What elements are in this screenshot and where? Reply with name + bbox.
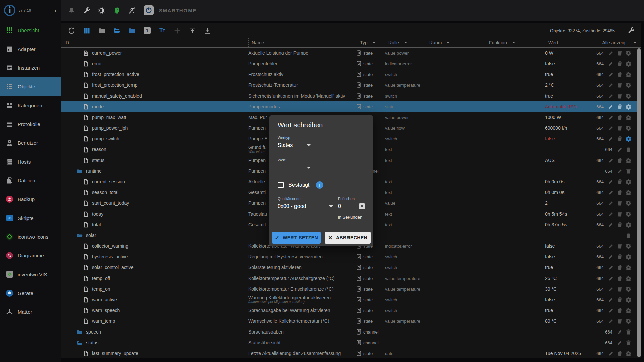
pencil-icon[interactable] xyxy=(608,61,614,67)
pencil-icon[interactable] xyxy=(608,115,614,120)
gear-icon[interactable] xyxy=(626,318,631,324)
object-row-frost_protection_temp[interactable]: frost_protection_temp Frostschutz-Temper… xyxy=(61,80,641,90)
gear-icon[interactable] xyxy=(626,93,631,99)
trash-icon[interactable] xyxy=(617,265,623,270)
object-wert-cell[interactable]: 0h 0m 0s xyxy=(545,179,593,184)
gear-icon[interactable] xyxy=(626,243,631,249)
text-format-icon[interactable]: TT xyxy=(159,27,166,34)
object-wert-cell[interactable]: false xyxy=(545,243,593,249)
object-wert-cell[interactable]: 0h 37m 5s xyxy=(545,222,593,227)
object-row-warn_active[interactable]: warn_active Warnung Kollektortemperatur … xyxy=(61,294,641,305)
object-row-mode[interactable]: mode Pumpenmodus state state Automatik (… xyxy=(61,101,641,112)
erloeschen-input[interactable]: 0 xyxy=(338,202,365,212)
pencil-icon[interactable] xyxy=(608,50,614,56)
sidebar-item-icontwo-icons[interactable]: icontwo Icons xyxy=(0,227,61,246)
object-wert-cell[interactable]: 25 °C xyxy=(545,276,593,281)
sidebar-item-diagramme[interactable]: Diagramme xyxy=(0,246,61,265)
object-wert-cell[interactable]: 600000 l/h xyxy=(545,125,593,131)
pencil-icon[interactable] xyxy=(608,318,614,324)
object-wert-cell[interactable]: — xyxy=(545,233,593,238)
trash-icon[interactable] xyxy=(617,61,623,67)
pencil-icon[interactable] xyxy=(608,93,614,99)
pencil-icon[interactable] xyxy=(608,158,614,163)
object-wert-cell[interactable]: true xyxy=(545,72,593,77)
trash-icon[interactable] xyxy=(617,82,623,88)
expert-mode-off-icon[interactable] xyxy=(128,7,136,14)
download-icon[interactable] xyxy=(204,27,211,34)
sidebar-item-dateien[interactable]: Dateien xyxy=(0,171,61,190)
pencil-icon[interactable] xyxy=(617,329,623,335)
pencil-icon[interactable] xyxy=(608,254,614,260)
sidebar-item-instanzen[interactable]: Instanzen xyxy=(0,58,61,77)
sidebar-item-backup[interactable]: Backup xyxy=(0,190,61,208)
object-row-last_summary_update[interactable]: last_summary_update Letzte Aktualisierun… xyxy=(61,348,641,358)
abbrechen-button[interactable]: ✕ ABBRECHEN xyxy=(325,232,371,244)
gear-icon[interactable] xyxy=(626,61,631,67)
object-wert-cell[interactable]: false xyxy=(545,136,593,141)
trash-icon[interactable] xyxy=(617,115,623,120)
pencil-icon[interactable] xyxy=(608,136,614,142)
column-header-name[interactable]: Name xyxy=(248,38,357,47)
column-header-wert[interactable]: Wert xyxy=(545,38,593,47)
object-wert-cell[interactable]: Tue Nov 04 2025 xyxy=(545,351,593,356)
wert-setzen-button[interactable]: ✓ WERT SETZEN xyxy=(272,232,321,244)
trash-icon[interactable] xyxy=(617,179,623,185)
pencil-icon[interactable] xyxy=(617,147,623,153)
trash-icon[interactable] xyxy=(617,351,623,356)
collapse-sidebar-icon[interactable]: ‹ xyxy=(54,7,57,14)
object-row-speech[interactable]: speech Sprachausgaben channel 664 xyxy=(61,326,641,337)
object-row-status[interactable]: status Statusübersicht channel 664 xyxy=(61,337,641,348)
refresh-icon[interactable] xyxy=(68,27,75,34)
sidebar-item-geräte[interactable]: Geräte xyxy=(0,284,61,302)
sidebar-item-adapter[interactable]: Adapter xyxy=(0,40,61,58)
object-wert-cell[interactable]: AUS xyxy=(545,158,593,163)
trash-icon[interactable] xyxy=(617,190,623,195)
object-wert-cell[interactable]: true xyxy=(545,308,593,313)
bestaetigt-checkbox[interactable] xyxy=(278,182,284,188)
object-row-current_power[interactable]: current_power Aktuelle Leistung der Pump… xyxy=(61,48,641,58)
gear-icon[interactable] xyxy=(626,50,631,56)
object-row-solar_control_active[interactable]: solar_control_active Solarsteuerung akti… xyxy=(61,262,641,273)
pencil-icon[interactable] xyxy=(608,72,614,77)
trash-icon[interactable] xyxy=(617,308,623,313)
pencil-icon[interactable] xyxy=(608,308,614,313)
theme-contrast-icon[interactable] xyxy=(98,7,105,14)
wrench-icon[interactable] xyxy=(83,7,90,14)
gear-icon[interactable] xyxy=(626,72,631,77)
pencil-icon[interactable] xyxy=(608,222,614,228)
pencil-icon[interactable] xyxy=(617,340,623,346)
pencil-icon[interactable] xyxy=(608,265,614,270)
gear-icon[interactable] xyxy=(626,297,631,303)
trash-icon[interactable] xyxy=(617,158,623,163)
sidebar-item-matter[interactable]: Matter xyxy=(0,302,61,321)
object-row-manual_safety_enabled[interactable]: manual_safety_enabled Sicherheitsfunktio… xyxy=(61,90,641,101)
pencil-icon[interactable] xyxy=(608,351,614,356)
object-row-hysteresis_active[interactable]: hysteresis_active Regelung mit Hysterese… xyxy=(61,251,641,262)
folder-open-icon[interactable] xyxy=(113,27,120,34)
trash-icon[interactable] xyxy=(626,168,631,174)
trash-icon[interactable] xyxy=(617,50,623,56)
sidebar-item-kategorien[interactable]: Kategorien xyxy=(0,96,61,115)
trash-icon[interactable] xyxy=(617,136,623,142)
trash-icon[interactable] xyxy=(617,72,623,77)
gear-icon[interactable] xyxy=(626,125,631,131)
gear-icon[interactable] xyxy=(626,276,631,281)
gear-icon[interactable] xyxy=(626,265,631,270)
gear-icon[interactable] xyxy=(626,200,631,206)
gear-icon[interactable] xyxy=(626,179,631,185)
object-wert-cell[interactable]: 30 °C xyxy=(545,286,593,292)
pencil-icon[interactable] xyxy=(608,179,614,185)
smarthome-logo-icon[interactable] xyxy=(144,5,154,15)
trash-icon[interactable] xyxy=(626,329,631,335)
object-wert-cell[interactable]: 2 xyxy=(545,200,593,206)
trash-icon[interactable] xyxy=(617,243,623,249)
notifications-icon[interactable] xyxy=(68,7,75,14)
trash-icon[interactable] xyxy=(617,222,623,228)
object-wert-cell[interactable]: true xyxy=(545,265,593,270)
object-wert-cell[interactable]: 1000 W xyxy=(545,115,593,120)
gear-icon[interactable] xyxy=(626,222,631,228)
plus-icon[interactable] xyxy=(174,27,181,34)
trash-icon[interactable] xyxy=(617,286,623,292)
column-header-alle-anzeig[interactable]: Alle anzeig… xyxy=(593,38,641,47)
column-header-raum[interactable]: Raum xyxy=(426,38,486,47)
